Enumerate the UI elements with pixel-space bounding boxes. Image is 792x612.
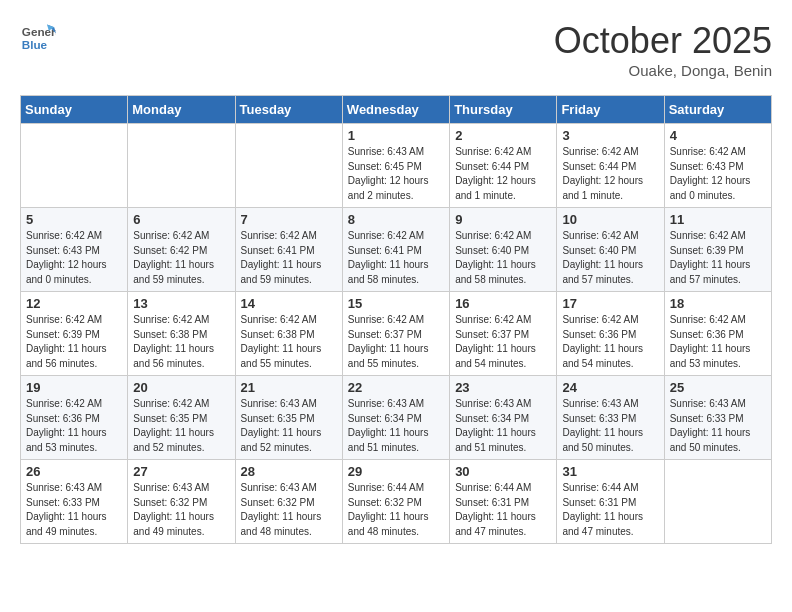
calendar-week-row: 19Sunrise: 6:42 AM Sunset: 6:36 PM Dayli… — [21, 376, 772, 460]
calendar-cell: 12Sunrise: 6:42 AM Sunset: 6:39 PM Dayli… — [21, 292, 128, 376]
day-number: 13 — [133, 296, 229, 311]
day-info: Sunrise: 6:42 AM Sunset: 6:41 PM Dayligh… — [348, 229, 444, 287]
day-number: 31 — [562, 464, 658, 479]
day-number: 21 — [241, 380, 337, 395]
calendar-cell: 13Sunrise: 6:42 AM Sunset: 6:38 PM Dayli… — [128, 292, 235, 376]
calendar-cell: 14Sunrise: 6:42 AM Sunset: 6:38 PM Dayli… — [235, 292, 342, 376]
day-info: Sunrise: 6:42 AM Sunset: 6:37 PM Dayligh… — [348, 313, 444, 371]
day-number: 17 — [562, 296, 658, 311]
day-number: 1 — [348, 128, 444, 143]
weekday-header-monday: Monday — [128, 96, 235, 124]
day-number: 11 — [670, 212, 766, 227]
day-number: 7 — [241, 212, 337, 227]
day-number: 19 — [26, 380, 122, 395]
day-number: 2 — [455, 128, 551, 143]
day-info: Sunrise: 6:44 AM Sunset: 6:31 PM Dayligh… — [455, 481, 551, 539]
day-info: Sunrise: 6:43 AM Sunset: 6:33 PM Dayligh… — [562, 397, 658, 455]
day-number: 6 — [133, 212, 229, 227]
calendar-cell: 31Sunrise: 6:44 AM Sunset: 6:31 PM Dayli… — [557, 460, 664, 544]
weekday-header-thursday: Thursday — [450, 96, 557, 124]
day-info: Sunrise: 6:44 AM Sunset: 6:32 PM Dayligh… — [348, 481, 444, 539]
calendar-cell: 28Sunrise: 6:43 AM Sunset: 6:32 PM Dayli… — [235, 460, 342, 544]
page-header: General Blue October 2025 Ouake, Donga, … — [20, 20, 772, 79]
calendar-cell: 10Sunrise: 6:42 AM Sunset: 6:40 PM Dayli… — [557, 208, 664, 292]
day-info: Sunrise: 6:42 AM Sunset: 6:35 PM Dayligh… — [133, 397, 229, 455]
weekday-header-friday: Friday — [557, 96, 664, 124]
calendar-cell: 2Sunrise: 6:42 AM Sunset: 6:44 PM Daylig… — [450, 124, 557, 208]
calendar-cell: 5Sunrise: 6:42 AM Sunset: 6:43 PM Daylig… — [21, 208, 128, 292]
calendar-cell — [235, 124, 342, 208]
day-info: Sunrise: 6:42 AM Sunset: 6:40 PM Dayligh… — [562, 229, 658, 287]
day-info: Sunrise: 6:42 AM Sunset: 6:36 PM Dayligh… — [670, 313, 766, 371]
day-number: 4 — [670, 128, 766, 143]
weekday-header-wednesday: Wednesday — [342, 96, 449, 124]
location-subtitle: Ouake, Donga, Benin — [554, 62, 772, 79]
calendar-cell: 15Sunrise: 6:42 AM Sunset: 6:37 PM Dayli… — [342, 292, 449, 376]
day-number: 26 — [26, 464, 122, 479]
day-info: Sunrise: 6:42 AM Sunset: 6:40 PM Dayligh… — [455, 229, 551, 287]
day-info: Sunrise: 6:42 AM Sunset: 6:38 PM Dayligh… — [241, 313, 337, 371]
day-info: Sunrise: 6:42 AM Sunset: 6:44 PM Dayligh… — [562, 145, 658, 203]
calendar-cell: 23Sunrise: 6:43 AM Sunset: 6:34 PM Dayli… — [450, 376, 557, 460]
svg-text:Blue: Blue — [22, 38, 48, 51]
title-block: October 2025 Ouake, Donga, Benin — [554, 20, 772, 79]
day-number: 23 — [455, 380, 551, 395]
day-info: Sunrise: 6:42 AM Sunset: 6:43 PM Dayligh… — [26, 229, 122, 287]
calendar-table: SundayMondayTuesdayWednesdayThursdayFrid… — [20, 95, 772, 544]
calendar-cell: 21Sunrise: 6:43 AM Sunset: 6:35 PM Dayli… — [235, 376, 342, 460]
day-info: Sunrise: 6:43 AM Sunset: 6:32 PM Dayligh… — [133, 481, 229, 539]
calendar-cell: 18Sunrise: 6:42 AM Sunset: 6:36 PM Dayli… — [664, 292, 771, 376]
day-info: Sunrise: 6:42 AM Sunset: 6:36 PM Dayligh… — [562, 313, 658, 371]
day-number: 3 — [562, 128, 658, 143]
day-info: Sunrise: 6:42 AM Sunset: 6:38 PM Dayligh… — [133, 313, 229, 371]
calendar-cell: 22Sunrise: 6:43 AM Sunset: 6:34 PM Dayli… — [342, 376, 449, 460]
day-info: Sunrise: 6:42 AM Sunset: 6:37 PM Dayligh… — [455, 313, 551, 371]
day-number: 8 — [348, 212, 444, 227]
day-info: Sunrise: 6:43 AM Sunset: 6:33 PM Dayligh… — [26, 481, 122, 539]
day-number: 27 — [133, 464, 229, 479]
day-info: Sunrise: 6:42 AM Sunset: 6:39 PM Dayligh… — [670, 229, 766, 287]
calendar-cell: 19Sunrise: 6:42 AM Sunset: 6:36 PM Dayli… — [21, 376, 128, 460]
day-number: 18 — [670, 296, 766, 311]
day-info: Sunrise: 6:44 AM Sunset: 6:31 PM Dayligh… — [562, 481, 658, 539]
day-info: Sunrise: 6:42 AM Sunset: 6:44 PM Dayligh… — [455, 145, 551, 203]
calendar-cell: 24Sunrise: 6:43 AM Sunset: 6:33 PM Dayli… — [557, 376, 664, 460]
day-number: 5 — [26, 212, 122, 227]
calendar-cell: 20Sunrise: 6:42 AM Sunset: 6:35 PM Dayli… — [128, 376, 235, 460]
calendar-cell: 16Sunrise: 6:42 AM Sunset: 6:37 PM Dayli… — [450, 292, 557, 376]
calendar-cell: 8Sunrise: 6:42 AM Sunset: 6:41 PM Daylig… — [342, 208, 449, 292]
day-number: 25 — [670, 380, 766, 395]
calendar-week-row: 26Sunrise: 6:43 AM Sunset: 6:33 PM Dayli… — [21, 460, 772, 544]
month-title: October 2025 — [554, 20, 772, 62]
weekday-header-row: SundayMondayTuesdayWednesdayThursdayFrid… — [21, 96, 772, 124]
calendar-cell: 29Sunrise: 6:44 AM Sunset: 6:32 PM Dayli… — [342, 460, 449, 544]
logo: General Blue — [20, 20, 56, 56]
calendar-cell — [128, 124, 235, 208]
day-info: Sunrise: 6:43 AM Sunset: 6:32 PM Dayligh… — [241, 481, 337, 539]
day-info: Sunrise: 6:42 AM Sunset: 6:43 PM Dayligh… — [670, 145, 766, 203]
calendar-cell: 26Sunrise: 6:43 AM Sunset: 6:33 PM Dayli… — [21, 460, 128, 544]
day-number: 14 — [241, 296, 337, 311]
logo-icon: General Blue — [20, 20, 56, 56]
day-number: 15 — [348, 296, 444, 311]
weekday-header-sunday: Sunday — [21, 96, 128, 124]
calendar-cell: 3Sunrise: 6:42 AM Sunset: 6:44 PM Daylig… — [557, 124, 664, 208]
day-number: 29 — [348, 464, 444, 479]
calendar-cell: 9Sunrise: 6:42 AM Sunset: 6:40 PM Daylig… — [450, 208, 557, 292]
day-number: 24 — [562, 380, 658, 395]
calendar-week-row: 5Sunrise: 6:42 AM Sunset: 6:43 PM Daylig… — [21, 208, 772, 292]
calendar-cell: 1Sunrise: 6:43 AM Sunset: 6:45 PM Daylig… — [342, 124, 449, 208]
weekday-header-saturday: Saturday — [664, 96, 771, 124]
day-info: Sunrise: 6:43 AM Sunset: 6:34 PM Dayligh… — [348, 397, 444, 455]
day-info: Sunrise: 6:43 AM Sunset: 6:33 PM Dayligh… — [670, 397, 766, 455]
day-info: Sunrise: 6:42 AM Sunset: 6:39 PM Dayligh… — [26, 313, 122, 371]
day-info: Sunrise: 6:42 AM Sunset: 6:42 PM Dayligh… — [133, 229, 229, 287]
day-number: 12 — [26, 296, 122, 311]
calendar-cell: 17Sunrise: 6:42 AM Sunset: 6:36 PM Dayli… — [557, 292, 664, 376]
calendar-cell: 11Sunrise: 6:42 AM Sunset: 6:39 PM Dayli… — [664, 208, 771, 292]
day-info: Sunrise: 6:43 AM Sunset: 6:34 PM Dayligh… — [455, 397, 551, 455]
day-number: 30 — [455, 464, 551, 479]
day-number: 28 — [241, 464, 337, 479]
calendar-cell: 7Sunrise: 6:42 AM Sunset: 6:41 PM Daylig… — [235, 208, 342, 292]
day-info: Sunrise: 6:42 AM Sunset: 6:41 PM Dayligh… — [241, 229, 337, 287]
